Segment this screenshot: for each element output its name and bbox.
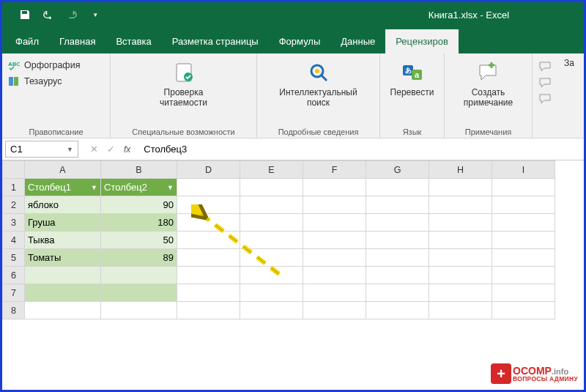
cell[interactable] [240,284,303,302]
cell[interactable] [303,179,366,196]
cell[interactable] [303,214,366,232]
row-header-6[interactable]: 6 [3,267,25,284]
cell[interactable] [303,196,366,214]
cell[interactable] [177,214,240,232]
more-button[interactable]: За [562,58,576,68]
table-header-cell[interactable]: Столбец2▼ [101,179,177,196]
cell[interactable] [303,267,366,284]
cell[interactable] [366,179,429,196]
cell[interactable] [366,267,429,284]
col-header-f[interactable]: F [303,161,366,179]
filter-icon[interactable]: ▼ [91,182,97,191]
tab-formulas[interactable]: Формулы [269,29,331,53]
cell[interactable] [303,302,366,319]
cell[interactable] [429,232,492,249]
cell[interactable] [303,249,366,267]
cell[interactable] [177,232,240,249]
cell[interactable] [303,232,366,249]
row-header-5[interactable]: 5 [3,249,25,267]
cell[interactable] [101,267,177,284]
row-header-2[interactable]: 2 [3,196,25,214]
cell[interactable] [366,214,429,232]
col-header-h[interactable]: H [429,161,492,179]
redo-icon[interactable] [65,8,78,21]
cell[interactable] [492,232,555,249]
col-header-e[interactable]: E [240,161,303,179]
tab-review[interactable]: Рецензиров [385,29,459,53]
cell[interactable] [177,302,240,319]
cell[interactable]: Тыква [25,232,101,249]
cell[interactable]: яблоко [25,196,101,214]
cell[interactable]: 50 [101,232,177,249]
tab-page-layout[interactable]: Разметка страницы [162,29,269,53]
cell[interactable] [25,267,101,284]
cell[interactable]: 89 [101,249,177,267]
cell[interactable] [429,284,492,302]
tab-file[interactable]: Файл [5,29,49,53]
cell[interactable] [429,179,492,196]
cell[interactable] [492,214,555,232]
save-icon[interactable] [18,8,31,21]
cell[interactable] [429,214,492,232]
cell[interactable] [240,232,303,249]
cell[interactable] [366,284,429,302]
fx-icon[interactable]: fx [124,144,130,155]
cell[interactable] [366,232,429,249]
cell[interactable] [240,302,303,319]
cell[interactable] [303,284,366,302]
cell[interactable]: 90 [101,196,177,214]
cell[interactable] [366,249,429,267]
cell[interactable] [429,302,492,319]
col-header-i[interactable]: I [492,161,555,179]
cell[interactable] [177,284,240,302]
comment-nav-icon[interactable] [538,61,553,73]
cell[interactable]: 180 [101,214,177,232]
cell[interactable] [240,196,303,214]
cell[interactable] [240,179,303,196]
formula-input[interactable]: Столбец3 [139,141,581,158]
cell[interactable] [177,267,240,284]
accept-icon[interactable]: ✓ [107,144,115,155]
tab-data[interactable]: Данные [330,29,385,53]
cell[interactable] [492,196,555,214]
cell[interactable] [492,267,555,284]
comment-nav-icon-2[interactable] [538,77,553,89]
tab-insert[interactable]: Вставка [105,29,161,53]
row-header-1[interactable]: 1 [3,179,25,196]
cell[interactable]: Томаты [25,249,101,267]
cell[interactable] [429,249,492,267]
cell[interactable] [492,249,555,267]
undo-icon[interactable] [42,8,55,21]
cell[interactable] [429,196,492,214]
thesaurus-button[interactable]: Тезаурус [8,74,80,89]
qat-customize-icon[interactable]: ▾ [89,8,102,21]
cell[interactable] [366,302,429,319]
row-header-4[interactable]: 4 [3,232,25,249]
cell[interactable] [429,267,492,284]
cell[interactable] [25,284,101,302]
worksheet-grid[interactable]: A B D E F G H I 1 Столбец1▼ Столбец2▼ 2 … [2,160,584,319]
cell[interactable]: Груша [25,214,101,232]
name-box[interactable]: C1 ▼ [5,141,78,158]
cell[interactable] [101,302,177,319]
col-header-g[interactable]: G [366,161,429,179]
new-comment-button[interactable]: Создать примечание [450,58,526,108]
col-header-a[interactable]: A [25,161,101,179]
cell[interactable] [240,214,303,232]
cell[interactable] [177,179,240,196]
row-header-7[interactable]: 7 [3,284,25,302]
row-header-8[interactable]: 8 [3,302,25,319]
cell[interactable] [25,302,101,319]
row-header-3[interactable]: 3 [3,214,25,232]
cell[interactable] [366,196,429,214]
cell[interactable] [492,284,555,302]
smart-lookup-button[interactable]: Интеллектуальный поиск [263,58,374,108]
cell[interactable] [492,302,555,319]
comment-nav-icon-3[interactable] [538,93,553,105]
select-all-corner[interactable] [3,161,25,179]
col-header-b[interactable]: B [101,161,177,179]
table-header-cell[interactable]: Столбец1▼ [25,179,101,196]
cell[interactable] [177,249,240,267]
accessibility-check-button[interactable]: Проверка читаемости [116,58,251,108]
cancel-icon[interactable]: ✕ [90,144,98,155]
